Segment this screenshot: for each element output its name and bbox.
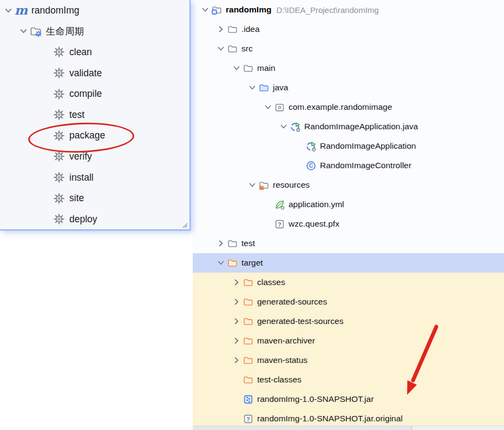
gear-icon — [53, 213, 65, 226]
chevron-down-icon[interactable] — [231, 63, 243, 74]
tree-item-label: test — [241, 239, 255, 248]
tree-item-snapshot-jar-original[interactable]: randomImg-1.0-SNAPSHOT.jar.original — [193, 409, 504, 428]
tree-item-randomimagecontroller-class[interactable]: RandomImageController — [193, 156, 504, 175]
chevron-down-icon[interactable] — [17, 26, 29, 36]
maven-goal-install[interactable]: install — [0, 167, 189, 188]
tree-item-maven-archiver[interactable]: maven-archiver — [193, 331, 504, 350]
project-tree: randomImg D:\IDEA_Project\randomImg .ide… — [193, 0, 504, 428]
tree-item-label: maven-status — [257, 356, 307, 365]
tree-item-label: .idea — [241, 25, 260, 34]
tree-item-main[interactable]: main — [193, 58, 504, 78]
package-icon — [274, 102, 285, 113]
maven-goal-site[interactable]: site — [0, 188, 189, 209]
maven-goal-compile[interactable]: compile — [0, 83, 189, 104]
chevron-down-icon[interactable] — [278, 122, 290, 132]
jar-archive-icon — [243, 394, 253, 405]
tree-item-label: classes — [257, 278, 285, 287]
maven-goal-clean[interactable]: clean — [0, 42, 189, 63]
tree-item-randomimageapplication-java[interactable]: RandomImageApplication.java — [193, 117, 504, 136]
excluded-folder-icon — [243, 296, 253, 307]
tree-item-generated-sources[interactable]: generated-sources — [193, 292, 504, 312]
folder-icon — [227, 238, 238, 249]
tree-item-maven-status[interactable]: maven-status — [193, 350, 504, 370]
maven-goal-validate[interactable]: validate — [0, 63, 189, 84]
chevron-right-icon[interactable] — [231, 316, 243, 327]
tree-item-wzc-quest-pfx[interactable]: wzc.quest.pfx — [193, 214, 504, 234]
maven-tool-popup: m randomImg 生命周期 clean validate compile … — [0, 0, 191, 230]
project-root-folder-icon — [211, 4, 222, 15]
excluded-folder-icon — [243, 335, 253, 346]
chevron-down-icon[interactable] — [215, 44, 227, 54]
maven-goal-label: deploy — [69, 214, 97, 225]
chevron-down-icon[interactable] — [262, 102, 274, 113]
chevron-right-icon[interactable] — [231, 355, 243, 366]
maven-goal-test[interactable]: test — [0, 104, 189, 125]
tree-item-src[interactable]: src — [193, 39, 504, 58]
excluded-folder-icon — [243, 355, 253, 366]
tree-item-label: main — [257, 64, 276, 72]
maven-project-item[interactable]: m randomImg — [0, 0, 189, 21]
maven-goal-label: compile — [69, 88, 102, 100]
maven-goal-label: site — [69, 193, 84, 204]
maven-goal-package[interactable]: package — [0, 125, 189, 147]
spring-boot-class-icon — [290, 121, 300, 132]
chevron-down-icon[interactable] — [199, 5, 211, 15]
tree-item-classes[interactable]: classes — [193, 273, 504, 292]
spring-leaf-icon — [274, 199, 285, 210]
project-tool-window: randomImg D:\IDEA_Project\randomImg .ide… — [193, 0, 504, 430]
gear-icon — [53, 46, 65, 58]
project-root-path: D:\IDEA_Project\randomImg — [276, 6, 378, 14]
tree-item-package-com-example-randomimage[interactable]: com.example.randomimage — [193, 97, 504, 117]
gear-icon — [53, 171, 65, 184]
tree-item-idea[interactable]: .idea — [193, 19, 504, 39]
tree-item-label: test-classes — [257, 375, 302, 384]
resize-grip-icon[interactable] — [182, 222, 188, 228]
tree-item-label: wzc.quest.pfx — [289, 220, 339, 228]
tree-item-test-classes[interactable]: test-classes — [193, 370, 504, 389]
tree-item-label: RandomImageApplication.java — [304, 122, 418, 131]
maven-goal-deploy[interactable]: deploy — [0, 209, 189, 230]
gear-icon — [53, 88, 65, 100]
maven-goal-label: verify — [69, 151, 92, 162]
excluded-folder-icon — [243, 277, 253, 288]
chevron-down-icon[interactable] — [246, 180, 258, 190]
chevron-right-icon[interactable] — [231, 336, 243, 346]
tree-item-randomimageapplication-class[interactable]: RandomImageApplication — [193, 136, 504, 156]
tree-item-project-root[interactable]: randomImg D:\IDEA_Project\randomImg — [193, 0, 504, 19]
tree-item-label: src — [241, 44, 253, 53]
tree-item-target[interactable]: target — [193, 253, 504, 273]
tree-item-label: generated-sources — [257, 297, 327, 306]
chevron-right-icon[interactable] — [215, 239, 227, 249]
tree-item-application-yml[interactable]: application.yml — [193, 195, 504, 214]
gear-icon — [53, 109, 65, 121]
folder-icon — [243, 63, 253, 74]
maven-goal-label: validate — [69, 68, 102, 79]
chevron-right-icon[interactable] — [215, 24, 227, 35]
gear-icon — [53, 129, 65, 142]
maven-goal-label: clean — [69, 47, 92, 58]
maven-lifecycle-item[interactable]: 生命周期 — [0, 21, 189, 42]
excluded-folder-icon — [227, 257, 238, 268]
tree-item-java[interactable]: java — [193, 78, 504, 97]
gear-icon — [53, 67, 65, 80]
folder-icon — [227, 43, 238, 54]
chevron-down-icon[interactable] — [215, 258, 227, 268]
class-icon — [305, 160, 316, 171]
chevron-right-icon[interactable] — [231, 277, 243, 288]
tree-item-label: target — [241, 259, 263, 267]
tree-item-label: java — [273, 83, 288, 92]
excluded-folder-icon — [243, 374, 253, 385]
chevron-down-icon[interactable] — [246, 83, 258, 93]
maven-goal-verify[interactable]: verify — [0, 146, 189, 167]
tree-item-snapshot-jar[interactable]: randomImg-1.0-SNAPSHOT.jar — [193, 389, 504, 409]
tree-item-generated-test-sources[interactable]: generated-test-sources — [193, 312, 504, 331]
tree-item-test[interactable]: test — [193, 234, 504, 253]
tree-item-label: RandomImageController — [320, 161, 411, 170]
tree-item-resources[interactable]: resources — [193, 175, 504, 195]
chevron-down-icon[interactable] — [2, 5, 14, 16]
maven-lifecycle-label: 生命周期 — [46, 25, 84, 38]
tree-item-label: generated-test-sources — [257, 317, 343, 326]
chevron-right-icon[interactable] — [231, 297, 243, 307]
resources-root-folder-icon — [258, 180, 269, 190]
tree-item-label: application.yml — [289, 200, 344, 209]
